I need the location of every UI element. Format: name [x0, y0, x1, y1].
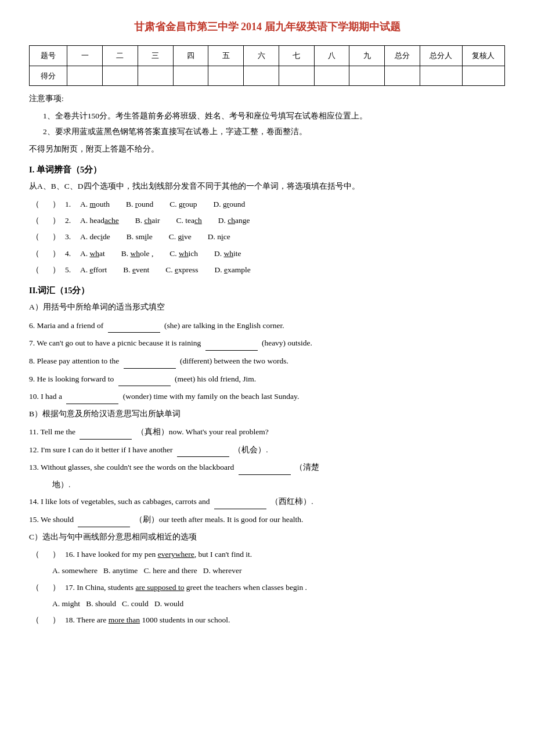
bracket-space-4 — [42, 247, 50, 261]
q13: 13. Without glasses, she couldn't see th… — [29, 460, 505, 475]
q1-d: D. ground — [214, 197, 246, 211]
q4-d: D. white — [214, 247, 241, 261]
bracket-space-3 — [42, 230, 50, 244]
fill-8[interactable] — [124, 368, 176, 369]
table-header-9: 九 — [349, 46, 385, 66]
q1-a: A. mouth — [80, 197, 110, 211]
bracket-close-18: ） — [52, 613, 60, 627]
q12: 12. I'm sure I can do it better if I hav… — [29, 442, 505, 458]
bracket-open-3: （ — [29, 230, 39, 244]
q3-b: B. smile — [127, 230, 153, 244]
q4-num: 4. — [65, 247, 80, 261]
bracket-close-16: ） — [52, 548, 60, 561]
q4-b: B. whole , — [121, 247, 154, 261]
table-header-2: 二 — [103, 46, 138, 66]
bracket-close-1: ） — [52, 197, 60, 211]
bracket-open-1: （ — [29, 197, 39, 211]
q7: 7. We can't go out to have a picnic beca… — [29, 336, 505, 351]
score-9[interactable] — [349, 66, 385, 85]
fill-7[interactable] — [205, 350, 258, 351]
q1-b: B. round — [126, 197, 153, 211]
table-header-6: 六 — [244, 46, 279, 66]
q3-c: C. give — [169, 230, 192, 244]
bracket-open-5: （ — [29, 263, 39, 277]
score-reviewer[interactable] — [462, 66, 504, 85]
score-7[interactable] — [279, 66, 314, 85]
q18-text: 18. There are more than 1000 students in… — [65, 613, 230, 627]
q17-row: （ ） 17. In China, students are supposed … — [29, 581, 505, 595]
bracket-space-17 — [42, 581, 50, 595]
q13-cont: 地）. — [52, 478, 505, 492]
section2-partC-label: C）选出与句中画线部分意思相同或相近的选项 — [29, 530, 505, 544]
q4-c: C. which — [169, 247, 198, 261]
score-3[interactable] — [138, 66, 173, 85]
fill-10[interactable] — [66, 404, 118, 404]
title: 甘肃省金昌市第三中学 2014 届九年级英语下学期期中试题 — [29, 17, 505, 36]
q2-d: D. change — [218, 214, 250, 228]
score-5[interactable] — [208, 66, 244, 85]
question-row-1: （ ） 1. A. mouth B. round C. group D. gro… — [29, 197, 505, 211]
q5-c: C. express — [165, 263, 198, 277]
score-total[interactable] — [385, 66, 420, 85]
bracket-open-4: （ — [29, 247, 39, 261]
fill-14[interactable] — [214, 509, 266, 509]
q9: 9. He is looking forward to (meet) his o… — [29, 372, 505, 387]
table-header-total-person: 总分人 — [420, 46, 462, 66]
score-4[interactable] — [173, 66, 208, 85]
bracket-space-2 — [42, 214, 50, 228]
section2-title: II.词汇（15分） — [29, 283, 505, 298]
fill-11[interactable] — [80, 439, 132, 440]
section2-partA-label: A）用括号中所给单词的适当形式填空 — [29, 300, 505, 314]
score-1[interactable] — [67, 66, 103, 85]
q6: 6. Maria and a friend of (she) are talki… — [29, 318, 505, 333]
q17-text: 17. In China, students are supposed to g… — [65, 581, 307, 595]
q2-c: C. teach — [176, 214, 201, 228]
score-total-person[interactable] — [420, 66, 462, 85]
bracket-open-17: （ — [29, 581, 39, 595]
fill-6[interactable] — [108, 332, 160, 333]
table-header-4: 四 — [173, 46, 208, 66]
q18-row: （ ） 18. There are more than 1000 student… — [29, 613, 505, 627]
q1-num: 1. — [65, 197, 80, 211]
q14: 14. I like lots of vegetables, such as c… — [29, 494, 505, 509]
q2-b: B. chair — [135, 214, 160, 228]
q2-choices: A. headache B. chair C. teach D. change — [80, 214, 250, 228]
bracket-close-4: ） — [52, 247, 60, 261]
fill-9[interactable] — [118, 386, 171, 386]
q5-num: 5. — [65, 263, 80, 277]
q2-a: A. headache — [80, 214, 119, 228]
question-row-5: （ ） 5. A. effort B. event C. express D. … — [29, 263, 505, 277]
q16-choices: A. somewhere B. anytime C. here and ther… — [52, 564, 505, 578]
bracket-close-3: ） — [52, 230, 60, 244]
fill-13[interactable] — [239, 474, 291, 475]
bracket-space-18 — [42, 613, 50, 627]
section1-desc: 从A、B、C、D四个选项中，找出划线部分发音不同于其他的一个单词，将选项填在括号… — [29, 179, 505, 193]
q15: 15. We should （刷）our teeth after meals. … — [29, 512, 505, 527]
note-1: 1、全卷共计150分。考生答题前务必将班级、姓名、考号和座位号填写在试卷相应位置… — [43, 109, 505, 123]
q5-choices: A. effort B. event C. express D. example — [80, 263, 251, 277]
question-row-2: （ ） 2. A. headache B. chair C. teach D. … — [29, 214, 505, 228]
table-header-5: 五 — [208, 46, 244, 66]
note-2: 2、要求用蓝或蓝黑色钢笔将答案直接写在试卷上，字迹工整，卷面整洁。 — [43, 125, 505, 139]
table-header-reviewer: 复核人 — [462, 46, 504, 66]
q1-choices: A. mouth B. round C. group D. ground — [80, 197, 245, 211]
q3-num: 3. — [65, 230, 80, 244]
table-header-1: 一 — [67, 46, 103, 66]
score-8[interactable] — [314, 66, 349, 85]
q5-b: B. event — [123, 263, 149, 277]
table-header-total: 总分 — [385, 46, 420, 66]
q3-choices: A. decide B. smile C. give D. nice — [80, 230, 230, 244]
fill-12[interactable] — [177, 456, 229, 457]
fill-15[interactable] — [78, 527, 130, 527]
q5-d: D. example — [215, 263, 251, 277]
bracket-open-18: （ — [29, 613, 39, 627]
no-attach: 不得另加附页，附页上答题不给分。 — [29, 142, 505, 156]
q4-a: A. what — [80, 247, 105, 261]
q4-choices: A. what B. whole , C. which D. white — [80, 247, 241, 261]
score-6[interactable] — [244, 66, 279, 85]
bracket-space-16 — [42, 548, 50, 561]
question-row-4: （ ） 4. A. what B. whole , C. which D. wh… — [29, 247, 505, 261]
q8: 8. Please pay attention to the (differen… — [29, 354, 505, 369]
score-2[interactable] — [103, 66, 138, 85]
q16-text: 16. I have looked for my pen everywhere,… — [65, 548, 252, 561]
